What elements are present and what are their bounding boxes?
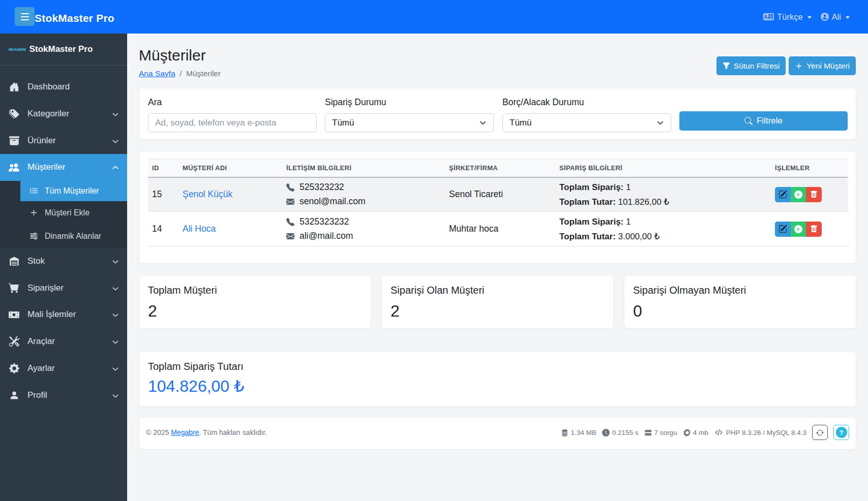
svg-text:A: A <box>764 14 768 20</box>
svg-text:文: 文 <box>768 15 773 20</box>
